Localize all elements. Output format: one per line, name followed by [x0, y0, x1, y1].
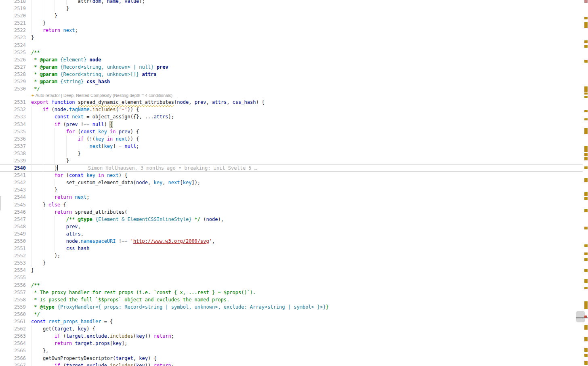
line-number[interactable]: 2555: [0, 274, 26, 281]
line-number[interactable]: 2561: [0, 318, 26, 325]
error-marker[interactable]: [584, 0, 588, 3]
warning-marker[interactable]: [584, 153, 588, 156]
line-number[interactable]: 2551: [0, 245, 26, 252]
code-line[interactable]: 2564return target.props[key];: [0, 340, 583, 347]
line-number[interactable]: 2562: [0, 325, 26, 332]
warning-marker[interactable]: [584, 192, 588, 196]
line-number[interactable]: 2547: [0, 216, 26, 223]
code-text[interactable]: return next;: [55, 194, 90, 201]
line-number[interactable]: 2518: [0, 0, 26, 5]
code-text[interactable]: /**: [31, 282, 40, 289]
code-text[interactable]: getOwnPropertyDescriptor(target, key) {: [43, 355, 157, 362]
code-line[interactable]: 2563if (target.exclude.includes(key)) re…: [0, 332, 583, 340]
code-line[interactable]: 2557 * The proxy handler for rest props …: [0, 289, 583, 296]
code-line[interactable]: 2533const next = object_assign({}, ...at…: [0, 113, 583, 120]
scrollbar-thumb[interactable]: [576, 311, 585, 322]
code-text[interactable]: attr(dom, name, value);: [78, 0, 145, 5]
code-line[interactable]: 2538}: [0, 150, 583, 157]
line-number[interactable]: 2545: [0, 201, 26, 208]
code-text[interactable]: },: [43, 347, 48, 354]
code-text[interactable]: */: [31, 85, 40, 93]
code-line[interactable]: 2567if (target.exclude.includes(key)) re…: [0, 362, 583, 366]
warning-marker[interactable]: [584, 166, 588, 169]
code-text[interactable]: * @type {ProxyHandler<{ props: Record<st…: [31, 303, 329, 311]
code-text[interactable]: attrs,: [66, 230, 84, 238]
code-line[interactable]: 2545} else {: [0, 201, 583, 208]
code-text[interactable]: return target.props[key];: [55, 340, 128, 347]
code-text[interactable]: for (const key in next) {: [55, 172, 128, 179]
code-line[interactable]: 2526 * @param {Element} node: [0, 56, 583, 63]
code-line[interactable]: 2523}: [0, 34, 583, 41]
code-line[interactable]: 2529 * @param {string} css_hash: [0, 78, 583, 85]
warning-marker[interactable]: [584, 197, 588, 200]
code-line[interactable]: 2521}: [0, 19, 583, 27]
code-line[interactable]: 2553}: [0, 259, 583, 267]
code-line[interactable]: 2527 * @param {Record<string, unknown> |…: [0, 63, 583, 71]
line-number[interactable]: 2558: [0, 296, 26, 303]
warning-marker[interactable]: [584, 118, 588, 120]
warning-marker[interactable]: [584, 287, 588, 289]
line-number[interactable]: 2552: [0, 252, 26, 259]
warning-marker[interactable]: [584, 40, 588, 43]
code-line[interactable]: 2520}: [0, 12, 583, 19]
warning-marker[interactable]: [584, 227, 588, 229]
warning-marker[interactable]: [584, 86, 588, 92]
line-number[interactable]: 2565: [0, 347, 26, 354]
line-number[interactable]: 2563: [0, 332, 26, 340]
line-number[interactable]: 2550: [0, 238, 26, 245]
line-number[interactable]: 2542: [0, 179, 26, 186]
warning-marker[interactable]: [584, 157, 588, 160]
code-text[interactable]: }: [55, 12, 57, 19]
line-number[interactable]: 2534: [0, 121, 26, 128]
code-line[interactable]: 2522return next;: [0, 27, 583, 34]
code-text[interactable]: }Simon Holthausen, 3 months ago • breaki…: [55, 164, 257, 172]
code-text[interactable]: if (!(key in next)) {: [78, 135, 139, 143]
code-line[interactable]: 2530 */: [0, 85, 583, 93]
code-text[interactable]: next[key] = null;: [89, 143, 139, 150]
line-number[interactable]: 2525: [0, 49, 26, 56]
line-number[interactable]: 2519: [0, 5, 26, 12]
warning-marker[interactable]: [584, 60, 588, 63]
code-text[interactable]: }: [55, 186, 57, 194]
line-number[interactable]: 2540: [0, 164, 26, 172]
code-text[interactable]: }: [66, 157, 69, 164]
warning-marker[interactable]: [584, 258, 588, 261]
line-number[interactable]: 2535: [0, 128, 26, 135]
line-number[interactable]: 2530: [0, 85, 26, 93]
code-line[interactable]: 2528 * @param {Record<string, unknown>[]…: [0, 71, 583, 78]
code-line[interactable]: 2556/**: [0, 282, 583, 289]
code-text[interactable]: * @param {Record<string, unknown> | null…: [31, 63, 168, 71]
code-line[interactable]: 2535for (const key in prev) {: [0, 128, 583, 135]
line-number[interactable]: 2537: [0, 143, 26, 150]
line-number[interactable]: 2553: [0, 259, 26, 267]
warning-marker[interactable]: [584, 96, 588, 98]
code-text[interactable]: } else {: [43, 201, 66, 208]
code-text[interactable]: if (target.exclude.includes(key)) return…: [55, 332, 174, 340]
warning-marker[interactable]: [584, 337, 588, 341]
code-line[interactable]: 2518attr(dom, name, value);: [0, 0, 583, 5]
warning-marker[interactable]: [584, 279, 588, 283]
code-text[interactable]: */: [31, 311, 40, 318]
line-number[interactable]: 2522: [0, 27, 26, 34]
line-number[interactable]: 2559: [0, 303, 26, 311]
line-number[interactable]: 2533: [0, 113, 26, 120]
code-text[interactable]: for (const key in prev) {: [66, 128, 139, 135]
code-line[interactable]: 2534if (prev !== null) {: [0, 121, 583, 128]
warning-marker[interactable]: [584, 301, 588, 309]
code-text[interactable]: );: [55, 252, 60, 259]
warning-marker[interactable]: [584, 361, 588, 365]
warning-marker[interactable]: [584, 354, 588, 357]
code-text[interactable]: }: [43, 19, 46, 27]
warning-marker[interactable]: [584, 244, 588, 247]
code-line[interactable]: 2550node.namespaceURI !== 'http://www.w3…: [0, 238, 583, 245]
line-number[interactable]: 2548: [0, 223, 26, 230]
line-number[interactable]: 2536: [0, 135, 26, 143]
code-text[interactable]: }: [43, 259, 46, 267]
code-line[interactable]: 2543}: [0, 186, 583, 194]
code-text[interactable]: * The proxy handler for rest props (i.e.…: [31, 289, 256, 296]
code-line[interactable]: 2565},: [0, 347, 583, 354]
line-number[interactable]: 2524: [0, 42, 26, 49]
code-text[interactable]: * @param {string} css_hash: [31, 78, 110, 85]
warning-marker[interactable]: [584, 252, 588, 255]
code-editor[interactable]: 2518attr(dom, name, value);2519}2520}252…: [0, 0, 588, 366]
